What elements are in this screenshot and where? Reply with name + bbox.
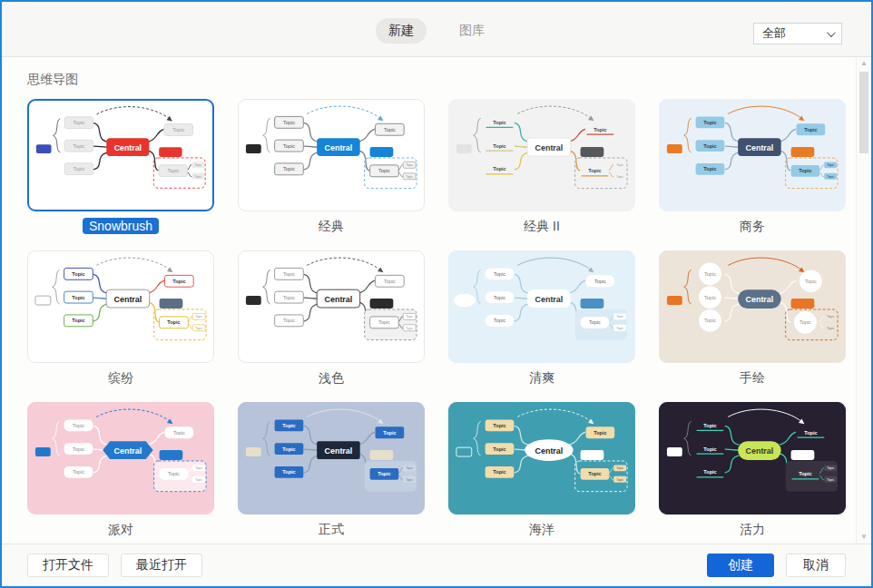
svg-text:Topic: Topic <box>827 163 834 167</box>
svg-text:Topic: Topic <box>827 478 834 482</box>
svg-text:Topic: Topic <box>73 446 84 452</box>
svg-text:Topic: Topic <box>594 279 606 284</box>
template-card-9[interactable]: TopicTopicTopicTopicTopicTopicTopicCentr… <box>238 402 425 540</box>
svg-text:Topic: Topic <box>283 143 295 149</box>
svg-text:Topic: Topic <box>282 469 295 475</box>
svg-text:Topic: Topic <box>589 319 601 325</box>
template-grid: TopicTopicTopicTopicTopicTopicTopicCentr… <box>27 99 871 540</box>
svg-text:Topic: Topic <box>406 466 413 470</box>
svg-text:Topic: Topic <box>283 166 295 172</box>
new-file-dialog: × 新建 图库 全部 思维导图 TopicTopicTopicTopicTopi… <box>0 0 873 588</box>
svg-text:Topic: Topic <box>799 319 811 325</box>
svg-text:Topic: Topic <box>406 175 413 179</box>
scroll-down-icon[interactable]: ▼ <box>860 531 868 544</box>
scrollbar-thumb[interactable] <box>859 72 868 153</box>
scroll-up-icon[interactable]: ▲ <box>860 57 868 70</box>
template-thumbnail: TopicTopicTopicTopicTopicTopicTopicCentr… <box>27 402 214 514</box>
template-name-label: 海洋 <box>523 521 561 537</box>
template-card-6[interactable]: TopicTopicTopicTopicTopicTopicTopicCentr… <box>448 250 635 388</box>
category-filter-select[interactable]: 全部 <box>753 23 842 44</box>
svg-text:Topic: Topic <box>194 163 201 167</box>
template-name-label: Snowbrush <box>83 218 159 234</box>
recent-open-button[interactable]: 最近打开 <box>121 554 202 577</box>
template-card-11[interactable]: TopicTopicTopicTopicTopicTopicTopicCentr… <box>659 402 846 540</box>
template-thumbnail: TopicTopicTopicTopicTopicTopicTopicCentr… <box>659 250 846 363</box>
template-list-area: 思维导图 TopicTopicTopicTopicTopicTopicTopic… <box>2 57 871 544</box>
template-thumbnail: TopicTopicTopicTopicTopicTopicTopicCentr… <box>659 402 846 514</box>
svg-text:Central: Central <box>535 143 564 152</box>
svg-text:Topic: Topic <box>616 175 623 179</box>
svg-text:Topic: Topic <box>494 318 505 323</box>
template-name-label: 浅色 <box>312 369 350 386</box>
template-card-4[interactable]: TopicTopicTopicTopicTopicTopicTopicCentr… <box>27 250 214 388</box>
svg-text:Topic: Topic <box>804 127 817 132</box>
svg-text:Topic: Topic <box>588 168 601 173</box>
template-card-8[interactable]: TopicTopicTopicTopicTopicTopicTopicCentr… <box>27 402 214 540</box>
template-name-label: 正式 <box>312 521 350 537</box>
svg-text:Topic: Topic <box>593 127 606 132</box>
svg-text:Central: Central <box>114 295 142 304</box>
svg-text:Topic: Topic <box>384 279 396 284</box>
svg-text:Topic: Topic <box>378 471 390 476</box>
svg-text:Topic: Topic <box>703 469 716 475</box>
template-card-10[interactable]: TopicTopicTopicTopicTopicTopicTopicCentr… <box>448 402 635 540</box>
svg-text:Topic: Topic <box>799 471 811 476</box>
template-card-5[interactable]: TopicTopicTopicTopicTopicTopicTopicCentr… <box>238 250 425 388</box>
svg-text:Topic: Topic <box>799 168 811 173</box>
svg-text:Central: Central <box>746 295 774 304</box>
svg-text:Central: Central <box>535 446 564 456</box>
svg-text:Topic: Topic <box>72 271 84 277</box>
tab-gallery[interactable]: 图库 <box>446 18 497 44</box>
template-thumbnail: TopicTopicTopicTopicTopicTopicTopicCentr… <box>448 99 635 211</box>
svg-text:Topic: Topic <box>283 120 295 125</box>
template-name-label: 手绘 <box>733 369 771 386</box>
svg-text:Central: Central <box>746 446 774 456</box>
template-card-2[interactable]: TopicTopicTopicTopicTopicTopicTopicCentr… <box>448 99 635 237</box>
template-card-1[interactable]: TopicTopicTopicTopicTopicTopicTopicCentr… <box>238 99 425 237</box>
scrollbar[interactable]: ▲ ▼ <box>856 57 871 544</box>
svg-text:Topic: Topic <box>494 295 505 300</box>
svg-text:Topic: Topic <box>282 446 295 452</box>
svg-text:Topic: Topic <box>616 466 623 470</box>
svg-text:Topic: Topic <box>283 271 295 277</box>
template-thumbnail: TopicTopicTopicTopicTopicTopicTopicCentr… <box>659 99 846 211</box>
svg-text:Topic: Topic <box>493 446 505 452</box>
svg-text:Central: Central <box>325 143 353 152</box>
svg-text:Topic: Topic <box>588 471 601 476</box>
svg-text:Topic: Topic <box>74 166 85 172</box>
template-name-label: 经典 II <box>517 218 566 234</box>
template-card-7[interactable]: TopicTopicTopicTopicTopicTopicTopicCentr… <box>659 250 846 388</box>
cancel-button[interactable]: 取消 <box>786 554 846 577</box>
template-name-label: 清爽 <box>523 369 561 386</box>
svg-text:Topic: Topic <box>804 430 817 436</box>
template-card-0[interactable]: TopicTopicTopicTopicTopicTopicTopicCentr… <box>27 99 214 237</box>
svg-text:Topic: Topic <box>704 295 716 300</box>
svg-text:Topic: Topic <box>593 430 606 436</box>
svg-text:Topic: Topic <box>378 319 390 325</box>
svg-text:Topic: Topic <box>173 430 185 436</box>
section-title: 思维导图 <box>27 72 871 88</box>
dialog-footer: 打开文件 最近打开 创建 取消 <box>2 544 871 586</box>
svg-text:Topic: Topic <box>172 127 184 132</box>
svg-text:Topic: Topic <box>383 430 396 436</box>
svg-text:Topic: Topic <box>72 295 84 300</box>
svg-text:Topic: Topic <box>703 143 716 149</box>
svg-text:Central: Central <box>325 446 353 456</box>
svg-text:Topic: Topic <box>283 318 295 323</box>
svg-text:Topic: Topic <box>282 423 295 428</box>
svg-text:Topic: Topic <box>704 271 716 277</box>
open-file-button[interactable]: 打开文件 <box>27 554 109 577</box>
tab-new[interactable]: 新建 <box>376 18 427 44</box>
scrollbar-track[interactable] <box>857 70 871 531</box>
svg-text:Topic: Topic <box>494 271 505 277</box>
create-button[interactable]: 创建 <box>707 554 774 577</box>
dialog-header: 新建 图库 全部 <box>2 2 871 57</box>
svg-text:Topic: Topic <box>195 327 202 330</box>
svg-text:Topic: Topic <box>283 295 295 300</box>
svg-text:Topic: Topic <box>74 120 85 125</box>
template-card-3[interactable]: TopicTopicTopicTopicTopicTopicTopicCentr… <box>659 99 846 237</box>
svg-text:Central: Central <box>325 295 353 304</box>
template-name-label: 商务 <box>733 218 771 234</box>
svg-text:Topic: Topic <box>195 466 202 470</box>
template-thumbnail: TopicTopicTopicTopicTopicTopicTopicCentr… <box>27 99 214 211</box>
